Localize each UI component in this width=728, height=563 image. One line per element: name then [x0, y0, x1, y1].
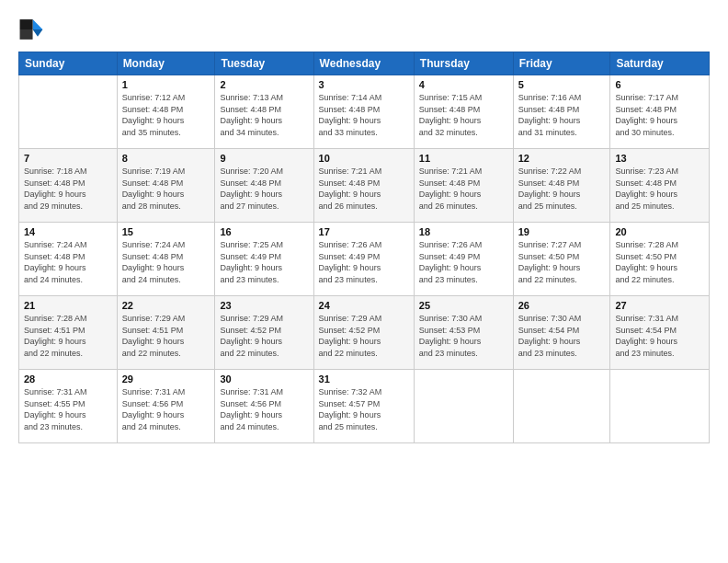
day-number: 17: [319, 226, 409, 237]
day-number: 29: [122, 373, 210, 385]
day-info: Sunrise: 7:28 AM Sunset: 4:51 PM Dayligh…: [24, 313, 112, 359]
day-header-monday: Monday: [117, 52, 215, 75]
calendar-header-row: SundayMondayTuesdayWednesdayThursdayFrid…: [19, 52, 710, 75]
day-number: 21: [24, 300, 112, 311]
day-info: Sunrise: 7:29 AM Sunset: 4:52 PM Dayligh…: [319, 313, 409, 359]
week-row-3: 21Sunrise: 7:28 AM Sunset: 4:51 PM Dayli…: [19, 296, 710, 370]
calendar-cell: 10Sunrise: 7:21 AM Sunset: 4:48 PM Dayli…: [313, 149, 414, 223]
day-info: Sunrise: 7:32 AM Sunset: 4:57 PM Dayligh…: [319, 386, 409, 432]
day-number: 12: [518, 153, 606, 164]
calendar-cell: 8Sunrise: 7:19 AM Sunset: 4:48 PM Daylig…: [117, 149, 215, 223]
header: [18, 17, 710, 42]
page: SundayMondayTuesdayWednesdayThursdayFrid…: [0, 0, 728, 563]
day-info: Sunrise: 7:31 AM Sunset: 4:55 PM Dayligh…: [24, 386, 112, 432]
calendar-cell: 23Sunrise: 7:29 AM Sunset: 4:52 PM Dayli…: [215, 296, 313, 370]
calendar-cell: 18Sunrise: 7:26 AM Sunset: 4:49 PM Dayli…: [414, 223, 513, 296]
day-info: Sunrise: 7:31 AM Sunset: 4:54 PM Dayligh…: [615, 313, 704, 359]
day-header-sunday: Sunday: [19, 52, 118, 75]
calendar-cell: 21Sunrise: 7:28 AM Sunset: 4:51 PM Dayli…: [19, 296, 118, 370]
day-info: Sunrise: 7:23 AM Sunset: 4:48 PM Dayligh…: [615, 166, 704, 212]
day-number: 27: [615, 300, 704, 311]
calendar-cell: 11Sunrise: 7:21 AM Sunset: 4:48 PM Dayli…: [414, 149, 513, 223]
day-number: 14: [24, 226, 112, 237]
day-header-friday: Friday: [513, 52, 610, 75]
day-info: Sunrise: 7:22 AM Sunset: 4:48 PM Dayligh…: [518, 166, 606, 212]
day-info: Sunrise: 7:14 AM Sunset: 4:48 PM Dayligh…: [319, 92, 409, 138]
day-info: Sunrise: 7:30 AM Sunset: 4:54 PM Dayligh…: [518, 313, 606, 359]
day-info: Sunrise: 7:20 AM Sunset: 4:48 PM Dayligh…: [220, 166, 308, 212]
day-header-tuesday: Tuesday: [215, 52, 313, 75]
day-number: 20: [615, 226, 704, 237]
day-number: 26: [518, 300, 606, 311]
day-number: 23: [220, 300, 308, 311]
day-header-wednesday: Wednesday: [313, 52, 414, 75]
day-number: 30: [220, 373, 308, 385]
calendar-cell: 9Sunrise: 7:20 AM Sunset: 4:48 PM Daylig…: [215, 149, 313, 223]
calendar-cell: 5Sunrise: 7:16 AM Sunset: 4:48 PM Daylig…: [513, 75, 610, 149]
day-info: Sunrise: 7:24 AM Sunset: 4:48 PM Dayligh…: [24, 239, 112, 285]
calendar-cell: 28Sunrise: 7:31 AM Sunset: 4:55 PM Dayli…: [19, 370, 118, 443]
calendar-cell: 19Sunrise: 7:27 AM Sunset: 4:50 PM Dayli…: [513, 223, 610, 296]
week-row-2: 14Sunrise: 7:24 AM Sunset: 4:48 PM Dayli…: [19, 223, 710, 296]
calendar-cell: [610, 370, 710, 443]
day-number: 31: [319, 373, 409, 385]
calendar-cell: 2Sunrise: 7:13 AM Sunset: 4:48 PM Daylig…: [215, 75, 313, 149]
calendar-cell: 30Sunrise: 7:31 AM Sunset: 4:56 PM Dayli…: [215, 370, 313, 443]
day-number: 8: [122, 153, 210, 164]
day-number: 3: [319, 79, 409, 90]
day-number: 16: [220, 226, 308, 237]
day-info: Sunrise: 7:29 AM Sunset: 4:52 PM Dayligh…: [220, 313, 308, 359]
logo: [18, 17, 48, 42]
day-header-thursday: Thursday: [414, 52, 513, 75]
day-number: 5: [518, 79, 606, 90]
day-info: Sunrise: 7:13 AM Sunset: 4:48 PM Dayligh…: [220, 92, 308, 138]
day-number: 7: [24, 153, 112, 164]
day-info: Sunrise: 7:29 AM Sunset: 4:51 PM Dayligh…: [122, 313, 210, 359]
week-row-0: 1Sunrise: 7:12 AM Sunset: 4:48 PM Daylig…: [19, 75, 710, 149]
day-info: Sunrise: 7:19 AM Sunset: 4:48 PM Dayligh…: [122, 166, 210, 212]
calendar-cell: 7Sunrise: 7:18 AM Sunset: 4:48 PM Daylig…: [19, 149, 118, 223]
calendar-cell: 25Sunrise: 7:30 AM Sunset: 4:53 PM Dayli…: [414, 296, 513, 370]
svg-marker-1: [33, 29, 43, 37]
svg-rect-2: [20, 19, 33, 29]
day-info: Sunrise: 7:31 AM Sunset: 4:56 PM Dayligh…: [122, 386, 210, 432]
calendar-cell: 3Sunrise: 7:14 AM Sunset: 4:48 PM Daylig…: [313, 75, 414, 149]
day-number: 9: [220, 153, 308, 164]
day-info: Sunrise: 7:18 AM Sunset: 4:48 PM Dayligh…: [24, 166, 112, 212]
calendar-cell: 4Sunrise: 7:15 AM Sunset: 4:48 PM Daylig…: [414, 75, 513, 149]
day-info: Sunrise: 7:31 AM Sunset: 4:56 PM Dayligh…: [220, 386, 308, 432]
day-number: 10: [319, 153, 409, 164]
day-number: 6: [615, 79, 704, 90]
calendar-cell: [414, 370, 513, 443]
day-number: 24: [319, 300, 409, 311]
calendar-cell: 17Sunrise: 7:26 AM Sunset: 4:49 PM Dayli…: [313, 223, 414, 296]
day-info: Sunrise: 7:24 AM Sunset: 4:48 PM Dayligh…: [122, 239, 210, 285]
calendar-cell: 26Sunrise: 7:30 AM Sunset: 4:54 PM Dayli…: [513, 296, 610, 370]
day-number: 1: [122, 79, 210, 90]
day-number: 15: [122, 226, 210, 237]
calendar-cell: 24Sunrise: 7:29 AM Sunset: 4:52 PM Dayli…: [313, 296, 414, 370]
svg-marker-0: [33, 19, 43, 29]
calendar-cell: 22Sunrise: 7:29 AM Sunset: 4:51 PM Dayli…: [117, 296, 215, 370]
calendar-cell: [513, 370, 610, 443]
day-number: 13: [615, 153, 704, 164]
calendar-cell: 20Sunrise: 7:28 AM Sunset: 4:50 PM Dayli…: [610, 223, 710, 296]
week-row-4: 28Sunrise: 7:31 AM Sunset: 4:55 PM Dayli…: [19, 370, 710, 443]
calendar-cell: 27Sunrise: 7:31 AM Sunset: 4:54 PM Dayli…: [610, 296, 710, 370]
day-info: Sunrise: 7:28 AM Sunset: 4:50 PM Dayligh…: [615, 239, 704, 285]
day-number: 4: [419, 79, 508, 90]
day-info: Sunrise: 7:25 AM Sunset: 4:49 PM Dayligh…: [220, 239, 308, 285]
day-number: 18: [419, 226, 508, 237]
day-info: Sunrise: 7:26 AM Sunset: 4:49 PM Dayligh…: [319, 239, 409, 285]
day-info: Sunrise: 7:17 AM Sunset: 4:48 PM Dayligh…: [615, 92, 704, 138]
calendar-cell: 6Sunrise: 7:17 AM Sunset: 4:48 PM Daylig…: [610, 75, 710, 149]
day-number: 2: [220, 79, 308, 90]
calendar-cell: 12Sunrise: 7:22 AM Sunset: 4:48 PM Dayli…: [513, 149, 610, 223]
day-number: 11: [419, 153, 508, 164]
svg-rect-3: [20, 29, 33, 40]
day-header-saturday: Saturday: [610, 52, 710, 75]
calendar-cell: 29Sunrise: 7:31 AM Sunset: 4:56 PM Dayli…: [117, 370, 215, 443]
day-info: Sunrise: 7:21 AM Sunset: 4:48 PM Dayligh…: [419, 166, 508, 212]
day-info: Sunrise: 7:15 AM Sunset: 4:48 PM Dayligh…: [419, 92, 508, 138]
day-info: Sunrise: 7:21 AM Sunset: 4:48 PM Dayligh…: [319, 166, 409, 212]
